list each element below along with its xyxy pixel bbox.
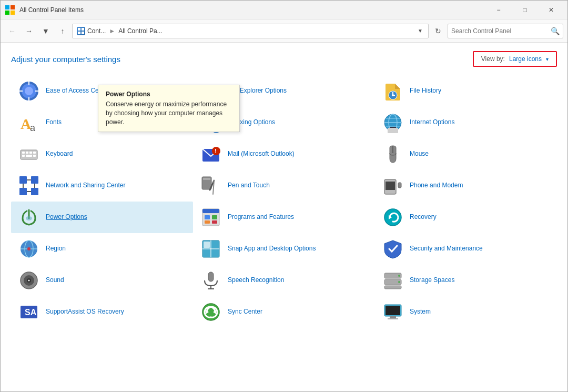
item-supportassist[interactable]: SASupportAssist OS Recovery bbox=[11, 296, 193, 328]
file-history-icon bbox=[382, 81, 403, 102]
phone-modem-label: Phone and Modem bbox=[410, 182, 463, 190]
svg-rect-34 bbox=[22, 152, 25, 154]
view-by-label: View by: bbox=[481, 55, 505, 63]
svg-rect-58 bbox=[386, 182, 395, 190]
item-programs-features[interactable]: Programs and Features bbox=[193, 202, 375, 233]
mouse-label: Mouse bbox=[410, 150, 429, 158]
item-storage-spaces[interactable]: Storage Spaces bbox=[375, 265, 557, 296]
programs-features-icon bbox=[200, 207, 221, 228]
recovery-icon bbox=[382, 207, 403, 228]
path-separator-1: ► bbox=[109, 27, 115, 35]
svg-rect-32 bbox=[388, 128, 398, 133]
svg-rect-37 bbox=[33, 152, 36, 154]
supportassist-icon: SA bbox=[18, 301, 39, 323]
view-by-arrow[interactable]: ▾ bbox=[546, 56, 549, 62]
item-keyboard[interactable]: Keyboard bbox=[11, 138, 193, 170]
svg-rect-98 bbox=[388, 318, 398, 319]
item-sound[interactable]: Sound bbox=[11, 265, 193, 296]
close-button[interactable]: ✕ bbox=[539, 2, 563, 18]
pen-touch-icon bbox=[200, 175, 221, 196]
internet-options-icon bbox=[382, 112, 403, 133]
svg-text:a: a bbox=[30, 123, 36, 133]
window-controls: − □ ✕ bbox=[486, 2, 563, 18]
svg-rect-4 bbox=[78, 28, 80, 31]
item-file-explorer-options[interactable]: File Explorer Options bbox=[193, 75, 375, 107]
search-box[interactable]: 🔍 bbox=[448, 24, 563, 38]
item-snap-app[interactable]: Snap App and Desktop Options bbox=[193, 233, 375, 265]
mail-label: Mail (Microsoft Outlook) bbox=[228, 150, 295, 158]
internet-options-label: Internet Options bbox=[410, 118, 454, 127]
item-pen-touch[interactable]: Pen and Touch bbox=[193, 170, 375, 202]
main-window: All Control Panel Items − □ ✕ ← → ▼ ↑ Co… bbox=[0, 0, 568, 392]
security-maintenance-label: Security and Maintenance bbox=[410, 245, 483, 253]
power-options-label: Power Options bbox=[46, 213, 87, 222]
snap-app-icon bbox=[200, 238, 221, 259]
item-internet-options[interactable]: Internet Options bbox=[375, 107, 557, 138]
sync-center-label: Sync Center bbox=[228, 308, 262, 316]
search-icon[interactable]: 🔍 bbox=[551, 27, 560, 35]
item-system[interactable]: System bbox=[375, 296, 557, 328]
ease-of-access-icon bbox=[18, 81, 39, 102]
address-path[interactable]: Cont... ► All Control Pa... ▼ bbox=[72, 24, 429, 38]
up-button[interactable]: ↑ bbox=[55, 24, 70, 38]
item-recovery[interactable]: Recovery bbox=[375, 202, 557, 233]
item-region[interactable]: Region bbox=[11, 233, 193, 265]
programs-features-label: Programs and Features bbox=[228, 213, 294, 222]
network-sharing-label: Network and Sharing Center bbox=[46, 182, 125, 190]
file-explorer-options-icon bbox=[200, 81, 221, 102]
svg-point-73 bbox=[27, 247, 31, 250]
content-area: Adjust your computer's settings View by:… bbox=[1, 43, 567, 391]
svg-rect-45 bbox=[19, 176, 27, 184]
item-security-maintenance[interactable]: Security and Maintenance bbox=[375, 233, 557, 265]
window-title: All Control Panel Items bbox=[19, 6, 486, 14]
items-grid: Ease of Access CenterFile Explorer Optio… bbox=[11, 75, 557, 328]
window-icon bbox=[5, 5, 15, 15]
svg-rect-77 bbox=[204, 242, 210, 248]
item-mouse[interactable]: Mouse bbox=[375, 138, 557, 170]
item-file-history[interactable]: File History bbox=[375, 75, 557, 107]
item-sync-center[interactable]: Sync Center bbox=[193, 296, 375, 328]
svg-rect-82 bbox=[208, 272, 214, 282]
region-label: Region bbox=[46, 245, 66, 253]
item-phone-modem[interactable]: Phone and Modem bbox=[375, 170, 557, 202]
svg-rect-39 bbox=[26, 155, 32, 157]
view-by-dropdown[interactable]: Large icons bbox=[509, 55, 542, 63]
item-speech-recognition[interactable]: Speech Recognition bbox=[193, 265, 375, 296]
item-indexing-options[interactable]: Indexing Options bbox=[193, 107, 375, 138]
search-input[interactable] bbox=[451, 27, 549, 35]
svg-rect-67 bbox=[212, 220, 217, 224]
minimize-button[interactable]: − bbox=[486, 2, 511, 18]
svg-rect-54 bbox=[203, 178, 210, 180]
system-icon bbox=[382, 301, 403, 323]
maximize-button[interactable]: □ bbox=[513, 2, 537, 18]
svg-point-10 bbox=[25, 87, 33, 95]
svg-point-89 bbox=[398, 281, 400, 283]
indexing-options-label: Indexing Options bbox=[228, 118, 275, 127]
file-explorer-options-label: File Explorer Options bbox=[228, 87, 287, 95]
storage-spaces-icon bbox=[382, 270, 403, 291]
dropdown-button[interactable]: ▼ bbox=[38, 24, 53, 38]
sync-center-icon bbox=[200, 301, 221, 323]
back-button[interactable]: ← bbox=[5, 24, 19, 38]
file-history-label: File History bbox=[410, 87, 441, 95]
item-ease-of-access[interactable]: Ease of Access Center bbox=[11, 75, 193, 107]
item-mail[interactable]: !Mail (Microsoft Outlook) bbox=[193, 138, 375, 170]
svg-rect-1 bbox=[11, 5, 15, 9]
fonts-label: Fonts bbox=[46, 118, 62, 127]
forward-button[interactable]: → bbox=[22, 24, 36, 38]
path-segment-1: Cont... bbox=[87, 27, 106, 35]
sound-label: Sound bbox=[46, 276, 64, 285]
item-network-sharing[interactable]: Network and Sharing Center bbox=[11, 170, 193, 202]
recovery-label: Recovery bbox=[410, 213, 437, 222]
storage-spaces-label: Storage Spaces bbox=[410, 276, 454, 285]
svg-rect-59 bbox=[398, 183, 401, 188]
path-dropdown[interactable]: ▼ bbox=[418, 28, 423, 34]
main-panel: Adjust your computer's settings View by:… bbox=[1, 43, 567, 391]
item-power-options[interactable]: Power Options bbox=[11, 202, 193, 233]
refresh-button[interactable]: ↻ bbox=[431, 24, 445, 38]
view-by-box: View by: Large icons ▾ bbox=[473, 51, 557, 67]
item-fonts[interactable]: AaFonts bbox=[11, 107, 193, 138]
power-options-icon bbox=[18, 207, 39, 228]
panel-header: Adjust your computer's settings View by:… bbox=[11, 51, 557, 67]
svg-text:SA: SA bbox=[25, 308, 37, 317]
